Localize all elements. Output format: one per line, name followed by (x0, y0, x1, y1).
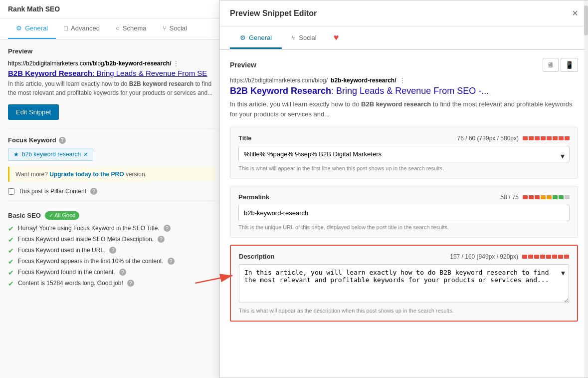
check-help-0[interactable]: ? (164, 225, 171, 232)
progress-seg (541, 136, 546, 140)
star-icon: ★ (13, 151, 19, 158)
edit-snippet-button[interactable]: Edit Snippet (8, 104, 59, 120)
modal-content: Preview 🖥 📱 https://b2bdigitalmarketers.… (220, 50, 588, 337)
description-section: Description 157 / 160 (949px / 920px) (230, 245, 578, 322)
check-help-1[interactable]: ? (158, 236, 165, 243)
permalink-hint: This is the unique URL of this page, dis… (238, 224, 570, 230)
title-progress-bar (523, 136, 570, 140)
check-help-4[interactable]: ? (119, 269, 126, 276)
description-field-meta: 157 / 160 (949px / 920px) (450, 253, 569, 260)
plugin-header: Rank Math SEO (0, 0, 224, 18)
modal-overlay: Preview Snippet Editor × ⚙ General ⑂ Soc… (219, 0, 588, 378)
check-icon-2: ✔ (8, 247, 14, 255)
desktop-view-button[interactable]: 🖥 (543, 58, 559, 72)
left-content: Preview https://b2bdigitalmarketers.com/… (0, 39, 224, 378)
modal-preview-title: B2B Keyword Research: Bring Leads & Reve… (230, 86, 578, 96)
tab-social[interactable]: ⑂ Social (155, 18, 195, 39)
check-help-3[interactable]: ? (168, 258, 175, 265)
check-icon-4: ✔ (8, 269, 14, 277)
advanced-tab-icon: □ (64, 24, 68, 32)
title-section: Title 76 / 60 (739px / 580px) (230, 127, 578, 179)
description-expand-icon[interactable]: ▾ (561, 268, 565, 278)
permalink-field-meta: 58 / 75 (500, 194, 570, 201)
progress-seg (535, 136, 540, 140)
divider-2 (8, 203, 216, 203)
modal-preview-desc: In this article, you will learn exactly … (230, 99, 578, 119)
check-icon-1: ✔ (8, 236, 14, 244)
check-help-5[interactable]: ? (127, 280, 134, 287)
modal-url-dots[interactable]: ⋮ (399, 77, 405, 84)
description-form-row: Description 157 / 160 (949px / 920px) (239, 253, 569, 260)
progress-seg (565, 136, 570, 140)
basic-seo-header: Basic SEO ✓ All Good (8, 211, 216, 220)
desc-seg (552, 255, 557, 259)
check-icon-0: ✔ (8, 225, 14, 233)
prog-seg (559, 195, 564, 199)
pillar-help-icon[interactable]: ? (90, 188, 97, 195)
preview-url: https://b2bdigitalmarketers.com/blog/b2b… (8, 60, 216, 67)
title-select[interactable]: %title% %page% %sep% B2B Digital Markete… (238, 146, 570, 162)
focus-keyword-help-icon[interactable]: ? (59, 137, 66, 144)
progress-seg (523, 136, 528, 140)
modal-tab-heart[interactable]: ♥ (330, 26, 343, 49)
desc-seg (534, 255, 539, 259)
prog-seg (535, 195, 540, 199)
check-help-2[interactable]: ? (109, 247, 116, 254)
seo-check-5: ✔ Content is 15284 words long. Good job!… (8, 280, 216, 288)
desc-seg (528, 255, 533, 259)
tab-general[interactable]: ⚙ General (8, 18, 56, 39)
preview-title-link[interactable]: B2B Keyword Research: Bring Leads & Reve… (8, 69, 216, 77)
modal-social-icon: ⑂ (292, 34, 296, 41)
seo-check-3: ✔ Focus Keyword appears in the first 10%… (8, 258, 216, 266)
focus-keyword-label: Focus Keyword ? (8, 136, 216, 144)
title-hint: This is what will appear in the first li… (238, 165, 570, 171)
description-field-label: Description (239, 253, 275, 260)
permalink-field-label: Permalink (238, 193, 269, 201)
title-field-meta: 76 / 60 (739px / 580px) (457, 135, 570, 142)
progress-seg (529, 136, 534, 140)
svg-line-1 (195, 264, 232, 294)
upgrade-link[interactable]: Upgrade today to the PRO (49, 171, 124, 178)
mobile-view-button[interactable]: 📱 (561, 58, 578, 72)
description-progress-bar (522, 255, 569, 259)
upgrade-notice: Want more? Upgrade today to the PRO vers… (8, 167, 216, 182)
modal-tab-general[interactable]: ⚙ General (230, 28, 282, 49)
tab-advanced[interactable]: □ Advanced (56, 18, 108, 39)
url-menu-dots[interactable]: ⋮ (173, 60, 179, 67)
prog-seg (529, 195, 534, 199)
progress-seg (553, 136, 558, 140)
permalink-section: Permalink 58 / 75 (230, 186, 578, 238)
modal-tabs: ⚙ General ⑂ Social ♥ (220, 26, 588, 50)
nav-tabs: ⚙ General □ Advanced ○ Schema ⑂ Social (0, 18, 224, 39)
check-icon-5: ✔ (8, 280, 14, 288)
title-form-row: Title 76 / 60 (739px / 580px) (238, 134, 570, 142)
prog-seg (523, 195, 528, 199)
schema-tab-icon: ○ (116, 24, 120, 32)
scrollbar-thumb[interactable] (584, 5, 588, 35)
seo-check-1: ✔ Focus Keyword used inside SEO Meta Des… (8, 236, 216, 244)
all-good-badge: ✓ All Good (45, 211, 80, 220)
modal-general-icon: ⚙ (240, 34, 246, 41)
prog-seg (565, 195, 570, 199)
prog-seg (547, 195, 552, 199)
desc-seg (540, 255, 545, 259)
modal-close-button[interactable]: × (572, 7, 578, 19)
modal-tab-social[interactable]: ⑂ Social (282, 28, 326, 49)
permalink-progress-bar (523, 195, 570, 199)
view-toggle: 🖥 📱 (543, 58, 578, 72)
tab-schema[interactable]: ○ Schema (108, 18, 155, 39)
description-textarea[interactable] (239, 264, 569, 303)
seo-check-0: ✔ Hurray! You're using Focus Keyword in … (8, 225, 216, 233)
keyword-tag: ★ b2b keyword research × (8, 148, 93, 161)
modal-header: Preview Snippet Editor × (220, 0, 588, 26)
prog-seg (541, 195, 546, 199)
pillar-content-checkbox[interactable] (8, 188, 14, 195)
progress-seg (559, 136, 564, 140)
scrollbar-track[interactable] (584, 0, 588, 378)
desc-seg (564, 255, 569, 259)
remove-keyword-icon[interactable]: × (84, 150, 88, 158)
desc-seg (522, 255, 527, 259)
desc-seg (546, 255, 551, 259)
prog-seg (553, 195, 558, 199)
permalink-input[interactable] (238, 205, 570, 221)
